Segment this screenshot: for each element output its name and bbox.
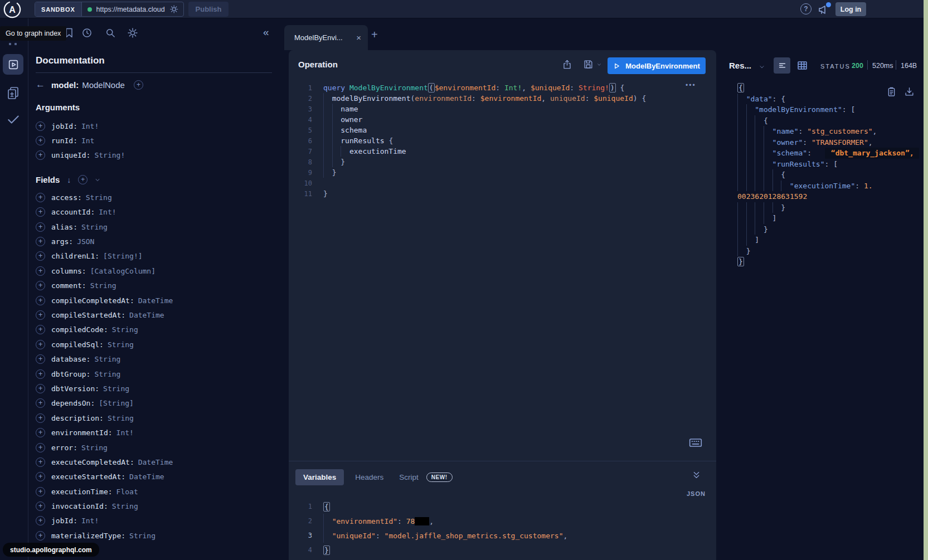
field-type[interactable]: String bbox=[108, 414, 134, 422]
field-row[interactable]: +accountId:Int! bbox=[36, 205, 289, 220]
field-type[interactable]: DateTime bbox=[129, 311, 164, 319]
endpoint-settings-gear-icon[interactable] bbox=[169, 4, 178, 14]
login-button[interactable]: Log in bbox=[835, 2, 866, 16]
sort-fields-icon[interactable]: ↓ bbox=[67, 176, 71, 184]
response-raw-view-toggle[interactable] bbox=[774, 57, 790, 74]
field-type[interactable]: JSON bbox=[77, 237, 94, 246]
field-type[interactable]: Int! bbox=[81, 517, 99, 525]
add-to-query-icon[interactable]: + bbox=[36, 428, 45, 437]
field-row[interactable]: +args:JSON bbox=[36, 234, 289, 249]
field-type[interactable]: DateTime bbox=[138, 296, 173, 305]
add-to-query-icon[interactable]: + bbox=[36, 150, 45, 160]
field-type[interactable]: String bbox=[103, 384, 129, 393]
field-row[interactable]: +alias:String bbox=[36, 220, 289, 234]
add-to-query-icon[interactable]: + bbox=[36, 472, 45, 481]
sidebar-item-checks[interactable] bbox=[6, 112, 21, 126]
add-to-query-icon[interactable]: + bbox=[36, 443, 45, 452]
response-table-view-toggle[interactable] bbox=[796, 60, 808, 71]
field-row[interactable]: +materializedType:String bbox=[36, 528, 289, 543]
sidebar-item-schema[interactable] bbox=[6, 85, 21, 101]
add-all-fields-icon[interactable]: + bbox=[78, 175, 88, 184]
field-type[interactable]: Int! bbox=[116, 428, 134, 437]
add-to-query-icon[interactable]: + bbox=[36, 222, 45, 232]
tab-close-icon[interactable]: × bbox=[356, 33, 361, 42]
argument-row[interactable]: +uniqueId:String! bbox=[36, 148, 289, 163]
field-type[interactable]: [String] bbox=[99, 399, 134, 407]
new-tab-icon[interactable]: + bbox=[371, 28, 378, 41]
field-row[interactable]: +compiledCode:String bbox=[36, 323, 289, 337]
history-icon[interactable] bbox=[81, 27, 93, 38]
graphql-editor[interactable]: 1query ModelByEnvironment($environmentId… bbox=[293, 82, 646, 199]
response-chevron-icon[interactable] bbox=[758, 65, 766, 70]
add-to-query-icon[interactable]: + bbox=[36, 369, 45, 379]
add-to-query-icon[interactable]: + bbox=[36, 296, 45, 305]
field-type[interactable]: String bbox=[86, 193, 112, 202]
field-row[interactable]: +compileCompletedAt:DateTime bbox=[36, 293, 289, 308]
add-to-query-icon[interactable]: + bbox=[36, 501, 45, 511]
add-to-query-icon[interactable]: + bbox=[36, 136, 45, 145]
field-type[interactable]: String bbox=[81, 444, 108, 452]
field-row[interactable]: +compiledSql:String bbox=[36, 337, 289, 352]
field-type[interactable]: DateTime bbox=[129, 473, 164, 481]
endpoint-url-text[interactable]: https://metadata.cloud.get bbox=[96, 6, 166, 13]
add-to-query-icon[interactable]: + bbox=[36, 281, 45, 290]
field-type[interactable]: String bbox=[129, 532, 156, 540]
add-to-query-icon[interactable]: + bbox=[36, 487, 45, 496]
field-row[interactable]: +compileStartedAt:DateTime bbox=[36, 308, 289, 322]
tab-modelbyenvironment[interactable]: ModelByEnvi... × bbox=[284, 25, 368, 50]
field-type[interactable]: String bbox=[90, 281, 116, 290]
field-row[interactable]: +dbtGroup:String bbox=[36, 367, 289, 381]
field-row[interactable]: +executionTime:Float bbox=[36, 484, 289, 499]
share-icon[interactable] bbox=[562, 59, 572, 70]
save-icon[interactable] bbox=[583, 59, 594, 70]
add-to-query-icon[interactable]: + bbox=[36, 237, 45, 246]
field-type[interactable]: String bbox=[112, 325, 138, 334]
add-to-query-icon[interactable]: + bbox=[36, 413, 45, 423]
argument-row[interactable]: +runId:Int bbox=[36, 133, 289, 148]
search-icon[interactable] bbox=[105, 27, 116, 38]
field-row[interactable]: +comment:String bbox=[36, 279, 289, 293]
tab-variables[interactable]: Variables bbox=[295, 469, 344, 485]
field-row[interactable]: +childrenL1:[String!] bbox=[36, 249, 289, 264]
field-row[interactable]: +jobId:Int! bbox=[36, 514, 289, 528]
sidebar-item-explorer[interactable] bbox=[3, 54, 23, 75]
field-type[interactable]: Float bbox=[116, 488, 138, 496]
field-type[interactable]: Int! bbox=[99, 208, 116, 216]
breadcrumb-type-name[interactable]: ModelNode bbox=[82, 80, 125, 90]
add-to-query-icon[interactable]: + bbox=[36, 325, 45, 334]
field-type[interactable]: DateTime bbox=[138, 458, 173, 466]
add-to-query-icon[interactable]: + bbox=[36, 207, 45, 217]
field-row[interactable]: +error:String bbox=[36, 440, 289, 455]
run-operation-button[interactable]: ModelByEnvironment bbox=[608, 57, 706, 74]
operation-menu-icon[interactable]: ••• bbox=[686, 81, 696, 89]
help-icon[interactable]: ? bbox=[800, 3, 812, 14]
add-field-icon[interactable]: + bbox=[134, 80, 143, 90]
collapse-panel-double-chevron-icon[interactable] bbox=[692, 470, 701, 480]
graph-index-icon[interactable] bbox=[9, 43, 11, 45]
response-json-viewer[interactable]: {"data": {"modelByEnvironment": [{"name"… bbox=[737, 82, 919, 267]
tab-script[interactable]: Script bbox=[395, 469, 420, 485]
save-menu-chevron-icon[interactable] bbox=[596, 62, 602, 67]
endpoint-url-field[interactable]: https://metadata.cloud.get bbox=[82, 2, 183, 16]
settings-gear-icon[interactable] bbox=[127, 27, 138, 38]
add-to-query-icon[interactable]: + bbox=[36, 193, 45, 202]
add-to-query-icon[interactable]: + bbox=[36, 531, 45, 540]
field-row[interactable]: +executeCompletedAt:DateTime bbox=[36, 455, 289, 469]
field-type[interactable]: String! bbox=[94, 151, 125, 159]
field-type[interactable]: String bbox=[81, 223, 108, 231]
apollo-logo[interactable]: A bbox=[3, 0, 22, 19]
field-type[interactable]: String bbox=[94, 370, 120, 378]
announcements-icon[interactable] bbox=[817, 3, 830, 16]
field-row[interactable]: +access:String bbox=[36, 190, 289, 204]
add-to-query-icon[interactable]: + bbox=[36, 457, 45, 467]
copy-response-icon[interactable] bbox=[886, 86, 897, 97]
add-to-query-icon[interactable]: + bbox=[36, 310, 45, 320]
add-to-query-icon[interactable]: + bbox=[36, 354, 45, 364]
field-type[interactable]: String bbox=[112, 502, 138, 510]
field-type[interactable]: [CatalogColumn] bbox=[90, 267, 156, 275]
field-type[interactable]: String bbox=[94, 355, 120, 363]
argument-row[interactable]: +jobId:Int! bbox=[36, 119, 289, 133]
field-type[interactable]: [String!] bbox=[103, 252, 142, 260]
add-to-query-icon[interactable]: + bbox=[36, 266, 45, 276]
add-to-query-icon[interactable]: + bbox=[36, 384, 45, 393]
